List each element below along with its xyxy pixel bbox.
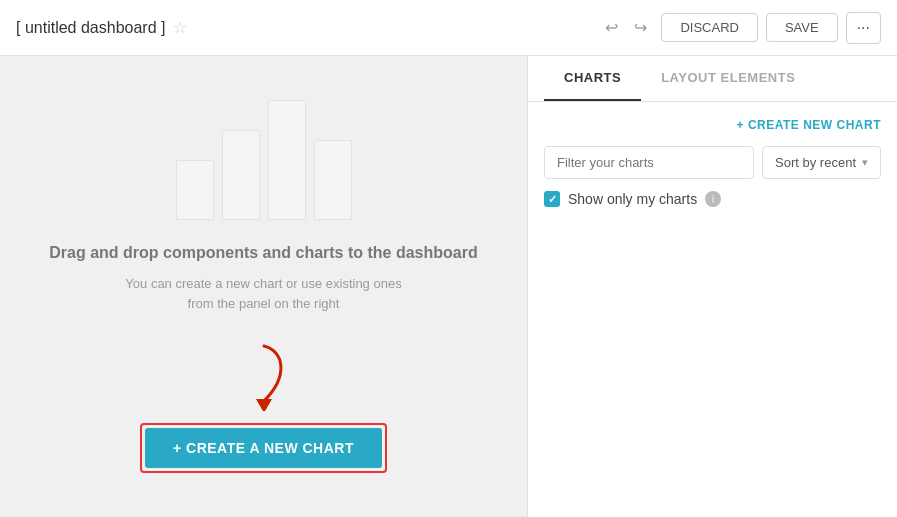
star-icon[interactable]: ☆ [173, 18, 187, 37]
bar-4 [314, 140, 352, 220]
tab-layout-elements[interactable]: LAYOUT ELEMENTS [641, 56, 815, 101]
show-only-my-charts-row: ✓ Show only my charts i [544, 191, 881, 207]
main-layout: Drag and drop components and charts to t… [0, 56, 897, 517]
canvas-title: Drag and drop components and charts to t… [49, 244, 477, 262]
checkmark-icon: ✓ [548, 193, 557, 206]
bar-1 [176, 160, 214, 220]
sort-label: Sort by recent [775, 155, 856, 170]
page-title: [ untitled dashboard ] [16, 19, 165, 37]
create-new-chart-button[interactable]: + CREATE A NEW CHART [145, 428, 382, 468]
header-actions: ↩ ↪ DISCARD SAVE ··· [599, 12, 881, 44]
undo-button[interactable]: ↩ [599, 14, 624, 41]
more-options-button[interactable]: ··· [846, 12, 881, 44]
header: [ untitled dashboard ] ☆ ↩ ↪ DISCARD SAV… [0, 0, 897, 56]
tab-charts[interactable]: CHARTS [544, 56, 641, 101]
arrow-indicator [234, 341, 294, 415]
svg-marker-0 [256, 399, 272, 411]
create-new-chart-link[interactable]: + CREATE NEW CHART [544, 118, 881, 132]
header-left: [ untitled dashboard ] ☆ [16, 18, 187, 37]
right-panel: CHARTS LAYOUT ELEMENTS + CREATE NEW CHAR… [527, 56, 897, 517]
canvas-subtitle: You can create a new chart or use existi… [114, 274, 414, 313]
panel-body: + CREATE NEW CHART Sort by recent ▾ ✓ Sh… [528, 102, 897, 223]
arrow-svg [234, 341, 294, 411]
panel-tabs: CHARTS LAYOUT ELEMENTS [528, 56, 897, 102]
chart-placeholder [176, 100, 352, 220]
filter-charts-input[interactable] [544, 146, 754, 179]
redo-button[interactable]: ↪ [628, 14, 653, 41]
undo-redo-group: ↩ ↪ [599, 14, 653, 41]
create-btn-highlight: + CREATE A NEW CHART [140, 423, 387, 473]
info-icon[interactable]: i [705, 191, 721, 207]
bar-2 [222, 130, 260, 220]
sort-dropdown[interactable]: Sort by recent ▾ [762, 146, 881, 179]
discard-button[interactable]: DISCARD [661, 13, 758, 42]
filter-row: Sort by recent ▾ [544, 146, 881, 179]
show-only-label: Show only my charts [568, 191, 697, 207]
bar-3 [268, 100, 306, 220]
chevron-down-icon: ▾ [862, 156, 868, 169]
dashboard-canvas: Drag and drop components and charts to t… [0, 56, 527, 517]
show-only-checkbox[interactable]: ✓ [544, 191, 560, 207]
save-button[interactable]: SAVE [766, 13, 838, 42]
